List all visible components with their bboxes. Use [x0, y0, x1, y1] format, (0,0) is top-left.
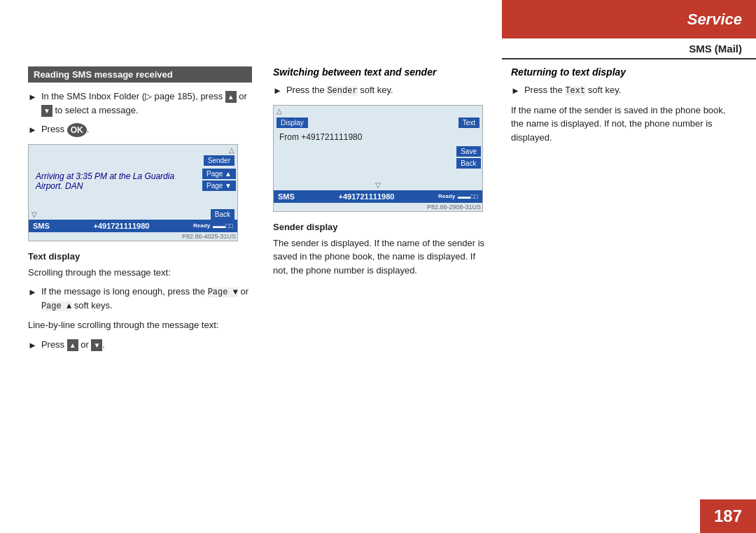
phone-from: From +491721111980 — [274, 129, 482, 145]
phone-status: Ready ▬▬□□ — [193, 222, 233, 229]
header-title: Service — [687, 10, 742, 29]
page-number: 187 — [700, 499, 756, 533]
bullet-2-text: Press OK. — [41, 122, 89, 137]
phone-up-arrow: △ — [229, 146, 234, 154]
middle-bullet-1: ► Press the Sender soft key. — [273, 83, 490, 98]
phone-back-btn[interactable]: Back — [211, 209, 234, 220]
returning-heading: Returning to text display — [511, 66, 728, 78]
bullet-arrow-2: ► — [28, 123, 37, 137]
phone-sender-btn[interactable]: Sender — [204, 155, 234, 166]
sender-display-label: Sender display — [273, 222, 490, 232]
phone-bottom-bar-sender: SMS +491721111980 Ready ▬▬□□ — [274, 190, 482, 203]
left-bullet-2: ► Press OK. — [28, 122, 252, 137]
phone-save-btn[interactable]: Save — [456, 146, 481, 157]
sms-mail-bar: SMS (Mail) — [502, 38, 756, 59]
bullet-1-text: In the SMS Inbox Folder (▷ page 185), pr… — [41, 90, 252, 117]
returning-para: If the name of the sender is saved in th… — [511, 104, 728, 145]
sender-down-arrow: ▽ — [375, 181, 381, 189]
phone-text-btn[interactable]: Text — [458, 118, 479, 128]
phone-sms-middle: SMS — [278, 192, 295, 201]
sender-display-para: The sender is displayed. If the name of … — [273, 236, 490, 278]
phone-status-middle: Ready ▬▬□□ — [438, 193, 478, 200]
phone-display-btn[interactable]: Display — [276, 118, 308, 128]
phone-number-middle: +491721111980 — [339, 192, 395, 201]
right-bullet-1-text: Press the Text soft key. — [524, 83, 621, 97]
phone-bottom-bar: SMS +491721111980 Ready ▬▬□□ — [29, 220, 237, 232]
line-by-line-para: Line-by-line scrolling through the messa… — [28, 318, 252, 332]
left-bullet-1: ► In the SMS Inbox Folder (▷ page 185), … — [28, 90, 252, 117]
phone-content-area: Arriving at 3:35 PM at the La Guardia Ai… — [29, 167, 200, 209]
phone-down-arrow: ▽ — [31, 211, 37, 218]
bullet-arrow-4: ► — [28, 339, 37, 353]
middle-bullet-1-text: Press the Sender soft key. — [286, 83, 393, 97]
left-bullet-3: ► If the message is long enough, press t… — [28, 285, 252, 313]
phone-code-middle: P82.86-2908-31US — [274, 203, 482, 211]
sms-mail-label: SMS (Mail) — [689, 43, 742, 55]
columns-container: Reading SMS message received ► In the SM… — [28, 66, 728, 357]
header-bar: Service — [502, 0, 756, 38]
bullet-arrow-1: ► — [28, 90, 37, 104]
bullet-4-text: Press ▲ or ▼. — [41, 338, 105, 352]
phone-number-label: +491721111980 — [94, 222, 150, 230]
text-display-label: Text display — [28, 251, 252, 262]
phone-mockup-text: △ Sender Arriving at 3:35 PM at the La G… — [28, 144, 238, 241]
right-bullet-1: ► Press the Text soft key. — [511, 83, 728, 98]
col-left: Reading SMS message received ► In the SM… — [28, 66, 252, 357]
col-right: Returning to text display ► Press the Te… — [511, 66, 728, 357]
phone-code-left: P82.86-4025-31US — [29, 232, 237, 241]
phone-page-down-btn[interactable]: Page ▼ — [202, 180, 236, 191]
phone-page-up-btn[interactable]: Page ▲ — [202, 169, 236, 179]
switching-heading: Switching between text and sender — [273, 66, 490, 78]
phone-mockup-sender: △ Display Text From +491721111980 Save B… — [273, 105, 483, 212]
bullet-arrow-3: ► — [28, 285, 37, 299]
phone-sms-label: SMS — [33, 222, 50, 230]
middle-bullet-arrow-1: ► — [273, 84, 282, 98]
main-content: Reading SMS message received ► In the SM… — [28, 66, 728, 495]
phone-back-btn-middle[interactable]: Back — [456, 158, 481, 169]
right-bullet-arrow-1: ► — [511, 84, 520, 98]
col-middle: Switching between text and sender ► Pres… — [273, 66, 490, 357]
bullet-3-text: If the message is long enough, press the… — [41, 285, 252, 313]
sender-up-arrow: △ — [276, 107, 282, 115]
scroll-para: Scrolling through the message text: — [28, 266, 252, 280]
reading-sms-header: Reading SMS message received — [28, 66, 252, 83]
left-bullet-4: ► Press ▲ or ▼. — [28, 338, 252, 353]
